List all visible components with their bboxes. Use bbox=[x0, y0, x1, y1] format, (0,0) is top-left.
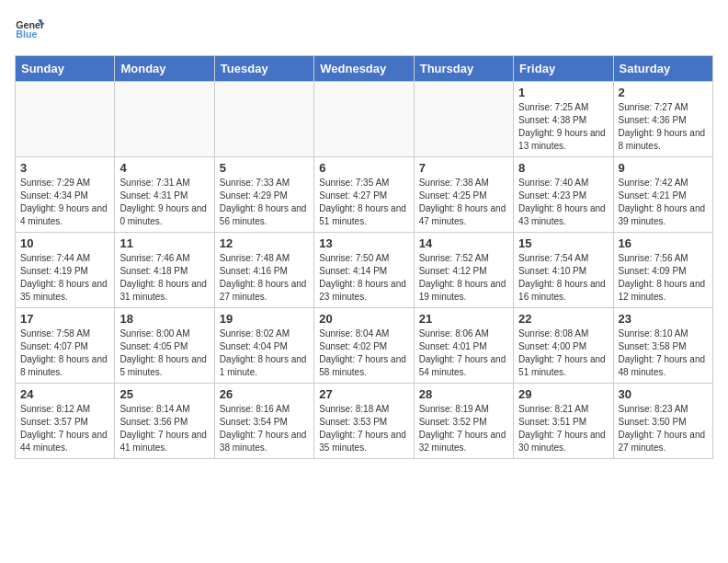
day-number: 6 bbox=[319, 161, 408, 175]
calendar-week-row: 24Sunrise: 8:12 AM Sunset: 3:57 PM Dayli… bbox=[16, 384, 713, 459]
calendar-cell: 10Sunrise: 7:44 AM Sunset: 4:19 PM Dayli… bbox=[16, 233, 115, 308]
day-number: 28 bbox=[419, 387, 508, 401]
calendar-header-sunday: Sunday bbox=[16, 56, 115, 82]
day-info: Sunrise: 7:54 AM Sunset: 4:10 PM Dayligh… bbox=[518, 252, 608, 304]
calendar-cell: 3Sunrise: 7:29 AM Sunset: 4:34 PM Daylig… bbox=[16, 157, 115, 233]
calendar-cell bbox=[414, 82, 513, 157]
day-number: 14 bbox=[419, 236, 508, 250]
svg-text:Blue: Blue bbox=[16, 29, 37, 40]
calendar-cell: 14Sunrise: 7:52 AM Sunset: 4:12 PM Dayli… bbox=[414, 233, 513, 308]
day-number: 23 bbox=[619, 312, 708, 326]
calendar-cell: 29Sunrise: 8:21 AM Sunset: 3:51 PM Dayli… bbox=[514, 384, 613, 459]
day-info: Sunrise: 7:46 AM Sunset: 4:18 PM Dayligh… bbox=[119, 252, 209, 304]
day-info: Sunrise: 8:04 AM Sunset: 4:02 PM Dayligh… bbox=[319, 327, 408, 379]
day-info: Sunrise: 8:02 AM Sunset: 4:04 PM Dayligh… bbox=[220, 327, 309, 379]
calendar-week-row: 3Sunrise: 7:29 AM Sunset: 4:34 PM Daylig… bbox=[16, 157, 713, 233]
day-number: 30 bbox=[619, 387, 708, 401]
day-number: 2 bbox=[619, 86, 708, 99]
day-info: Sunrise: 7:48 AM Sunset: 4:16 PM Dayligh… bbox=[220, 252, 309, 304]
day-info: Sunrise: 7:25 AM Sunset: 4:38 PM Dayligh… bbox=[518, 101, 608, 153]
day-info: Sunrise: 7:52 AM Sunset: 4:12 PM Dayligh… bbox=[419, 252, 508, 304]
day-number: 21 bbox=[419, 312, 508, 326]
day-info: Sunrise: 8:06 AM Sunset: 4:01 PM Dayligh… bbox=[419, 327, 508, 379]
day-info: Sunrise: 7:29 AM Sunset: 4:34 PM Dayligh… bbox=[20, 177, 109, 228]
calendar-cell: 13Sunrise: 7:50 AM Sunset: 4:14 PM Dayli… bbox=[314, 233, 414, 308]
calendar-cell: 9Sunrise: 7:42 AM Sunset: 4:21 PM Daylig… bbox=[613, 157, 712, 233]
calendar-week-row: 10Sunrise: 7:44 AM Sunset: 4:19 PM Dayli… bbox=[16, 233, 713, 308]
calendar-cell: 24Sunrise: 8:12 AM Sunset: 3:57 PM Dayli… bbox=[16, 384, 115, 459]
day-info: Sunrise: 8:08 AM Sunset: 4:00 PM Dayligh… bbox=[518, 327, 608, 379]
day-number: 29 bbox=[518, 387, 608, 401]
calendar-cell: 16Sunrise: 7:56 AM Sunset: 4:09 PM Dayli… bbox=[613, 233, 712, 308]
day-info: Sunrise: 7:35 AM Sunset: 4:27 PM Dayligh… bbox=[319, 177, 408, 228]
logo-icon: General Blue bbox=[15, 15, 44, 44]
day-info: Sunrise: 7:56 AM Sunset: 4:09 PM Dayligh… bbox=[619, 252, 708, 304]
day-number: 11 bbox=[119, 236, 209, 250]
day-number: 1 bbox=[518, 86, 608, 99]
day-number: 16 bbox=[619, 236, 708, 250]
day-number: 4 bbox=[119, 161, 209, 175]
calendar-week-row: 1Sunrise: 7:25 AM Sunset: 4:38 PM Daylig… bbox=[16, 82, 713, 157]
day-number: 24 bbox=[20, 387, 109, 401]
calendar-cell bbox=[16, 82, 115, 157]
day-info: Sunrise: 8:10 AM Sunset: 3:58 PM Dayligh… bbox=[619, 327, 708, 379]
day-info: Sunrise: 7:40 AM Sunset: 4:23 PM Dayligh… bbox=[518, 177, 608, 228]
day-number: 5 bbox=[220, 161, 309, 175]
calendar-cell: 4Sunrise: 7:31 AM Sunset: 4:31 PM Daylig… bbox=[115, 157, 214, 233]
calendar-cell: 22Sunrise: 8:08 AM Sunset: 4:00 PM Dayli… bbox=[514, 308, 613, 384]
day-info: Sunrise: 7:44 AM Sunset: 4:19 PM Dayligh… bbox=[20, 252, 109, 304]
calendar-cell: 12Sunrise: 7:48 AM Sunset: 4:16 PM Dayli… bbox=[214, 233, 313, 308]
day-info: Sunrise: 8:16 AM Sunset: 3:54 PM Dayligh… bbox=[220, 403, 309, 454]
day-number: 13 bbox=[319, 236, 408, 250]
calendar-header-saturday: Saturday bbox=[613, 56, 712, 82]
calendar-cell: 30Sunrise: 8:23 AM Sunset: 3:50 PM Dayli… bbox=[613, 384, 712, 459]
calendar-cell: 28Sunrise: 8:19 AM Sunset: 3:52 PM Dayli… bbox=[414, 384, 513, 459]
day-info: Sunrise: 8:00 AM Sunset: 4:05 PM Dayligh… bbox=[119, 327, 209, 379]
day-info: Sunrise: 8:14 AM Sunset: 3:56 PM Dayligh… bbox=[119, 403, 209, 454]
day-info: Sunrise: 7:58 AM Sunset: 4:07 PM Dayligh… bbox=[20, 327, 109, 379]
day-info: Sunrise: 8:19 AM Sunset: 3:52 PM Dayligh… bbox=[419, 403, 508, 454]
logo: General Blue bbox=[15, 15, 44, 44]
day-number: 12 bbox=[220, 236, 309, 250]
calendar-cell bbox=[115, 82, 214, 157]
day-number: 25 bbox=[119, 387, 209, 401]
day-info: Sunrise: 7:50 AM Sunset: 4:14 PM Dayligh… bbox=[319, 252, 408, 304]
calendar-cell: 27Sunrise: 8:18 AM Sunset: 3:53 PM Dayli… bbox=[314, 384, 414, 459]
day-info: Sunrise: 8:23 AM Sunset: 3:50 PM Dayligh… bbox=[619, 403, 708, 454]
day-number: 15 bbox=[518, 236, 608, 250]
calendar-cell: 17Sunrise: 7:58 AM Sunset: 4:07 PM Dayli… bbox=[16, 308, 115, 384]
day-info: Sunrise: 8:18 AM Sunset: 3:53 PM Dayligh… bbox=[319, 403, 408, 454]
day-number: 19 bbox=[220, 312, 309, 326]
day-number: 26 bbox=[220, 387, 309, 401]
calendar-cell: 20Sunrise: 8:04 AM Sunset: 4:02 PM Dayli… bbox=[314, 308, 414, 384]
calendar-cell: 2Sunrise: 7:27 AM Sunset: 4:36 PM Daylig… bbox=[613, 82, 712, 157]
calendar-header-row: SundayMondayTuesdayWednesdayThursdayFrid… bbox=[16, 56, 713, 82]
day-number: 7 bbox=[419, 161, 508, 175]
day-number: 10 bbox=[20, 236, 109, 250]
calendar-cell: 7Sunrise: 7:38 AM Sunset: 4:25 PM Daylig… bbox=[414, 157, 513, 233]
day-number: 20 bbox=[319, 312, 408, 326]
calendar-header-friday: Friday bbox=[514, 56, 613, 82]
calendar-cell: 23Sunrise: 8:10 AM Sunset: 3:58 PM Dayli… bbox=[613, 308, 712, 384]
calendar-cell: 18Sunrise: 8:00 AM Sunset: 4:05 PM Dayli… bbox=[115, 308, 214, 384]
calendar-header-monday: Monday bbox=[115, 56, 214, 82]
calendar-cell bbox=[314, 82, 414, 157]
calendar-header-tuesday: Tuesday bbox=[214, 56, 313, 82]
calendar-cell: 21Sunrise: 8:06 AM Sunset: 4:01 PM Dayli… bbox=[414, 308, 513, 384]
calendar-cell: 1Sunrise: 7:25 AM Sunset: 4:38 PM Daylig… bbox=[514, 82, 613, 157]
calendar-cell: 15Sunrise: 7:54 AM Sunset: 4:10 PM Dayli… bbox=[514, 233, 613, 308]
day-info: Sunrise: 7:33 AM Sunset: 4:29 PM Dayligh… bbox=[220, 177, 309, 228]
day-info: Sunrise: 7:27 AM Sunset: 4:36 PM Dayligh… bbox=[619, 101, 708, 153]
day-number: 17 bbox=[20, 312, 109, 326]
day-number: 27 bbox=[319, 387, 408, 401]
day-info: Sunrise: 8:21 AM Sunset: 3:51 PM Dayligh… bbox=[518, 403, 608, 454]
calendar-cell bbox=[214, 82, 313, 157]
day-number: 9 bbox=[619, 161, 708, 175]
calendar-cell: 6Sunrise: 7:35 AM Sunset: 4:27 PM Daylig… bbox=[314, 157, 414, 233]
calendar-header-thursday: Thursday bbox=[414, 56, 513, 82]
calendar-cell: 5Sunrise: 7:33 AM Sunset: 4:29 PM Daylig… bbox=[214, 157, 313, 233]
day-info: Sunrise: 8:12 AM Sunset: 3:57 PM Dayligh… bbox=[20, 403, 109, 454]
day-number: 22 bbox=[518, 312, 608, 326]
calendar-cell: 8Sunrise: 7:40 AM Sunset: 4:23 PM Daylig… bbox=[514, 157, 613, 233]
calendar-cell: 25Sunrise: 8:14 AM Sunset: 3:56 PM Dayli… bbox=[115, 384, 214, 459]
